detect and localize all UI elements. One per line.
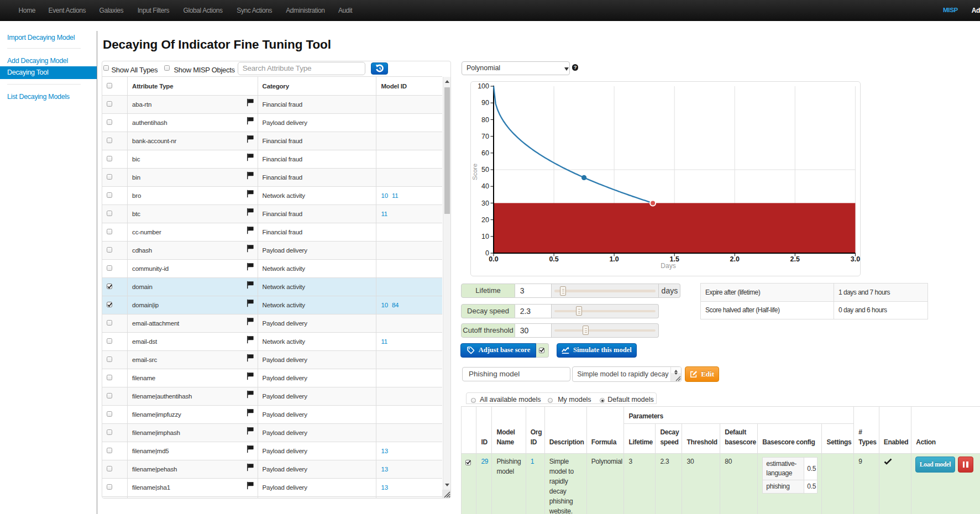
svg-text:80: 80 xyxy=(481,116,489,124)
svg-text:Score: Score xyxy=(471,164,478,180)
svg-text:20: 20 xyxy=(481,216,489,224)
svg-text:0.5: 0.5 xyxy=(549,255,558,263)
svg-text:1.0: 1.0 xyxy=(609,255,619,263)
svg-text:60: 60 xyxy=(481,149,489,157)
svg-text:30: 30 xyxy=(481,200,489,207)
svg-text:70: 70 xyxy=(481,133,489,140)
svg-text:3.0: 3.0 xyxy=(851,255,860,263)
svg-text:100: 100 xyxy=(478,82,489,90)
svg-text:50: 50 xyxy=(481,166,489,174)
svg-text:40: 40 xyxy=(481,182,489,190)
svg-text:0.0: 0.0 xyxy=(489,255,498,263)
svg-text:10: 10 xyxy=(481,233,489,240)
svg-text:Days: Days xyxy=(661,262,675,270)
svg-text:90: 90 xyxy=(481,99,489,107)
svg-text:2.5: 2.5 xyxy=(790,255,800,263)
svg-text:2.0: 2.0 xyxy=(730,255,740,263)
